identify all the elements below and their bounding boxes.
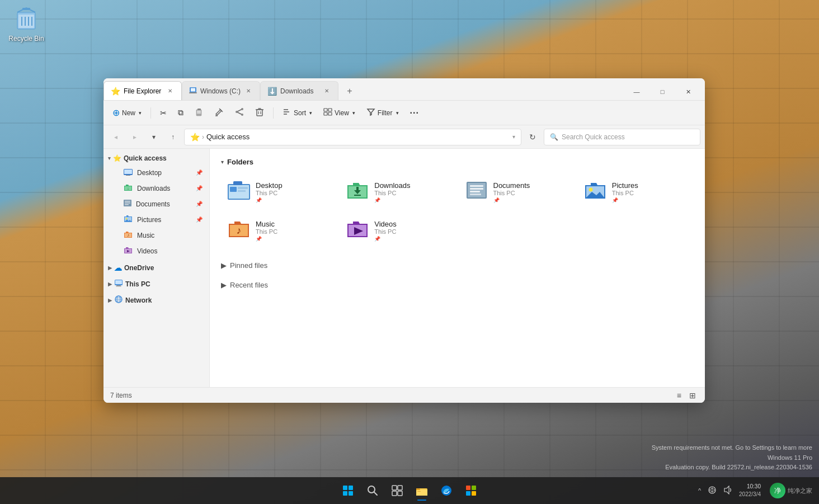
- videos-folder-pin: 📌: [374, 236, 397, 242]
- svg-text:♪: ♪: [127, 233, 129, 238]
- maximize-button[interactable]: □: [650, 84, 675, 100]
- network-icon: [114, 295, 123, 305]
- music-folder-pin: 📌: [256, 236, 277, 242]
- videos-folder-location: This PC: [374, 228, 397, 235]
- sidebar-item-desktop[interactable]: Desktop 📌: [106, 165, 207, 180]
- sidebar-item-videos[interactable]: Videos: [106, 243, 207, 258]
- more-icon: ···: [410, 108, 419, 118]
- copy-button[interactable]: ⧉: [173, 105, 188, 120]
- svg-rect-60: [238, 190, 246, 192]
- tab-file-explorer-close[interactable]: ✕: [166, 87, 175, 96]
- pictures-folder-pin: 📌: [612, 197, 638, 203]
- paste-icon: [195, 107, 204, 118]
- view-button[interactable]: View: [319, 105, 360, 121]
- pinned-files-expand-icon: ▶: [221, 261, 227, 270]
- sidebar-network-header[interactable]: ▶ Network: [103, 293, 209, 307]
- tab-file-explorer[interactable]: ⭐ File Explorer ✕: [103, 81, 182, 100]
- pinned-files-section: ▶ Pinned files: [221, 258, 694, 273]
- start-button[interactable]: [337, 479, 359, 502]
- pictures-folder-large-icon: [584, 180, 606, 205]
- folder-item-videos[interactable]: Videos This PC 📌: [340, 213, 456, 249]
- folders-section-header[interactable]: ▾ Folders: [221, 158, 694, 166]
- downloads-pin-icon: 📌: [196, 185, 203, 191]
- toolbar: ⊕ New ✂ ⧉: [103, 101, 705, 125]
- recent-files-header[interactable]: ▶ Recent files: [221, 277, 694, 293]
- this-pc-label: This PC: [125, 280, 150, 288]
- search-icon: 🔍: [550, 133, 558, 141]
- search-box[interactable]: 🔍 Search Quick access: [544, 129, 700, 145]
- music-folder-name: Music: [256, 220, 277, 228]
- back-button[interactable]: ◂: [108, 129, 124, 145]
- sidebar-quick-access-header[interactable]: ▾ ⭐ Quick access: [103, 152, 209, 164]
- taskbar-search-button[interactable]: [361, 479, 384, 502]
- desktop-pin-icon: 📌: [196, 169, 203, 176]
- rename-button[interactable]: [210, 105, 228, 121]
- filter-button[interactable]: Filter: [362, 105, 403, 121]
- folders-collapse-icon: ▾: [221, 159, 224, 165]
- pictures-item-label: Pictures: [137, 216, 191, 224]
- svg-rect-69: [470, 194, 481, 195]
- address-path[interactable]: ⭐ › Quick access ▾: [184, 129, 521, 145]
- filter-icon: [366, 107, 375, 118]
- svg-rect-93: [472, 491, 476, 496]
- folder-item-music[interactable]: ♪ Music This PC 📌: [221, 213, 337, 249]
- svg-rect-19: [257, 110, 262, 116]
- taskbar-file-explorer-button[interactable]: [411, 479, 433, 502]
- cut-icon: ✂: [160, 109, 167, 117]
- documents-folder-pin: 📌: [493, 197, 530, 203]
- share-button[interactable]: [230, 105, 248, 121]
- tray-chevron[interactable]: ^: [696, 487, 703, 494]
- taskbar-task-view-button[interactable]: [386, 479, 408, 502]
- system-clock[interactable]: 10:30 2022/3/4: [737, 483, 763, 498]
- pictures-folder-info: Pictures This PC 📌: [612, 181, 638, 203]
- tab-downloads[interactable]: ⬇️ Downloads ✕: [260, 81, 338, 100]
- cut-button[interactable]: ✂: [156, 106, 171, 120]
- svg-rect-32: [124, 169, 132, 174]
- pinned-files-header[interactable]: ▶ Pinned files: [221, 258, 694, 273]
- folder-item-downloads[interactable]: Downloads This PC 📌: [340, 174, 456, 210]
- sidebar-item-documents[interactable]: Documents 📌: [106, 196, 207, 211]
- downloads-folder-location: This PC: [374, 190, 410, 196]
- paste-button[interactable]: [190, 105, 208, 121]
- sidebar-this-pc-header[interactable]: ▶ This PC: [103, 277, 209, 291]
- refresh-button[interactable]: ↻: [525, 129, 540, 145]
- folder-item-pictures[interactable]: Pictures This PC 📌: [577, 174, 694, 210]
- close-button[interactable]: ✕: [676, 84, 700, 100]
- recycle-bin-icon[interactable]: Recycle Bin: [7, 6, 46, 43]
- tab-windows-c-close[interactable]: ✕: [244, 87, 253, 96]
- tray-network-icon[interactable]: [705, 486, 719, 496]
- svg-rect-11: [197, 109, 201, 110]
- taskbar-edge-button[interactable]: [435, 479, 458, 502]
- grid-view-button[interactable]: ⊞: [687, 390, 698, 401]
- network-label: Network: [125, 296, 152, 304]
- downloads-item-label: Downloads: [137, 185, 191, 192]
- sidebar-onedrive-header[interactable]: ▶ ☁ OneDrive: [103, 261, 209, 275]
- delete-button[interactable]: [251, 105, 269, 121]
- tray-volume-icon[interactable]: [721, 486, 735, 496]
- new-button[interactable]: ⊕ New: [108, 105, 146, 121]
- tab-windows-c[interactable]: Windows (C:) ✕: [182, 81, 260, 100]
- svg-point-18: [241, 114, 243, 116]
- list-view-button[interactable]: ≡: [675, 390, 684, 401]
- taskbar-store-button[interactable]: [460, 479, 482, 502]
- svg-point-71: [589, 188, 592, 192]
- tab-downloads-close[interactable]: ✕: [322, 87, 331, 96]
- up-button[interactable]: ↑: [165, 129, 181, 145]
- folders-label: Folders: [227, 158, 253, 166]
- music-folder-large-icon: ♪: [228, 218, 250, 243]
- recycle-bin-image: [13, 6, 40, 32]
- sort-button[interactable]: Sort: [278, 105, 317, 121]
- svg-rect-67: [470, 188, 483, 190]
- recent-locations-button[interactable]: ▾: [146, 129, 162, 145]
- videos-folder-icon: [124, 246, 133, 256]
- minimize-button[interactable]: —: [624, 84, 649, 100]
- sidebar-item-music[interactable]: ♪ Music: [106, 228, 207, 243]
- sidebar-item-pictures[interactable]: Pictures 📌: [106, 212, 207, 227]
- forward-button[interactable]: ▸: [127, 129, 143, 145]
- folder-item-documents[interactable]: Documents This PC 📌: [459, 174, 575, 210]
- more-button[interactable]: ···: [406, 105, 423, 121]
- folder-item-desktop[interactable]: Desktop This PC 📌: [221, 174, 337, 210]
- add-tab-button[interactable]: +: [341, 82, 359, 100]
- sidebar-item-downloads[interactable]: ↓ Downloads 📌: [106, 181, 207, 196]
- documents-item-label: Documents: [136, 200, 191, 208]
